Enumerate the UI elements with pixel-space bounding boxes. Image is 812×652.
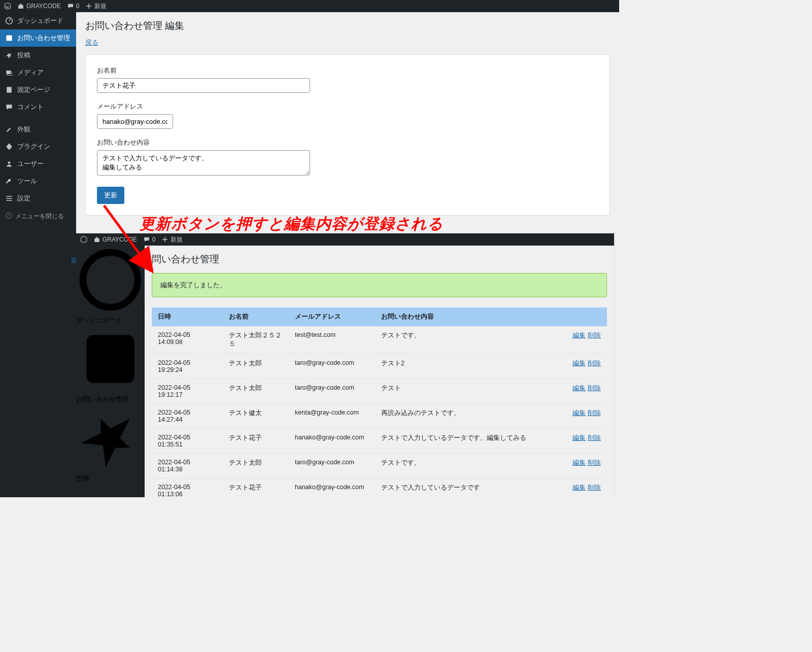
col-name: お名前 bbox=[223, 307, 289, 326]
comment-icon bbox=[143, 236, 150, 243]
cell-name: テスト太郎２５２５ bbox=[223, 326, 289, 354]
cell-actions: 編集削除 bbox=[561, 326, 607, 354]
delete-link[interactable]: 削除 bbox=[588, 434, 601, 441]
page-icon bbox=[5, 86, 13, 94]
collapse-menu[interactable]: メニューを閉じる bbox=[0, 207, 76, 226]
brush-icon bbox=[5, 125, 13, 133]
delete-link[interactable]: 削除 bbox=[588, 360, 601, 367]
user-icon bbox=[5, 160, 13, 168]
svg-rect-3 bbox=[6, 71, 11, 74]
menu-label: ダッシュボード bbox=[76, 316, 122, 324]
wp-logo[interactable] bbox=[4, 3, 11, 10]
name-label: お名前 bbox=[97, 66, 598, 75]
cell-date: 2022-04-05 01:14:38 bbox=[152, 454, 223, 478]
edit-link[interactable]: 編集 bbox=[572, 385, 586, 392]
table-row: 2022-04-05 19:12:17テスト太郎taro@gray-code.c… bbox=[152, 379, 607, 404]
admin-bar: GRAYCODE 0 新規 bbox=[0, 0, 619, 12]
site-name-link[interactable]: GRAYCODE bbox=[17, 3, 61, 10]
menu-label: メディア bbox=[17, 68, 44, 77]
menu-label: コメント bbox=[17, 102, 44, 112]
body-textarea[interactable] bbox=[97, 150, 310, 176]
comment-icon bbox=[5, 103, 13, 111]
svg-rect-5 bbox=[7, 87, 12, 92]
pin-icon bbox=[5, 51, 13, 59]
edit-link[interactable]: 編集 bbox=[572, 360, 586, 367]
col-date: 日時 bbox=[152, 307, 223, 326]
menu-plugins[interactable]: プラグイン bbox=[0, 138, 76, 155]
edit-link[interactable]: 編集 bbox=[572, 484, 586, 491]
cell-body: テストで入力しているデータです。編集してみる bbox=[375, 429, 561, 454]
menu-dashboard[interactable]: ダッシュボード bbox=[76, 246, 145, 325]
delete-link[interactable]: 削除 bbox=[588, 332, 601, 339]
edit-form-card: お名前 メールアドレス お問い合わせ内容 更新 bbox=[85, 54, 610, 216]
name-input[interactable] bbox=[97, 78, 310, 93]
menu-comments[interactable]: コメント bbox=[0, 98, 76, 116]
menu-posts[interactable]: 投稿 bbox=[0, 47, 76, 64]
delete-link[interactable]: 削除 bbox=[588, 459, 601, 466]
cell-actions: 編集削除 bbox=[561, 404, 607, 429]
svg-point-0 bbox=[5, 3, 11, 10]
form-icon bbox=[76, 325, 145, 393]
menu-appearance[interactable]: 外観 bbox=[0, 121, 76, 138]
cell-email: test@test.com bbox=[289, 326, 375, 354]
edit-link[interactable]: 編集 bbox=[572, 459, 586, 466]
menu-media[interactable]: メディア bbox=[0, 64, 76, 81]
menu-users[interactable]: ユーザー bbox=[0, 155, 76, 173]
annotation-text: 更新ボタンを押すと編集内容が登録される bbox=[140, 214, 444, 234]
svg-point-6 bbox=[8, 161, 11, 164]
svg-rect-10 bbox=[86, 335, 134, 383]
cell-actions: 編集削除 bbox=[561, 478, 607, 498]
edit-link[interactable]: 編集 bbox=[572, 332, 586, 339]
back-link[interactable]: 戻る bbox=[85, 38, 98, 47]
col-email: メールアドレス bbox=[289, 307, 375, 326]
list-page-content: 問い合わせ管理 編集を完了しました。 日時 お名前 メールアドレス お問い合わせ… bbox=[145, 246, 614, 497]
collapse-label: メニューを閉じる bbox=[15, 212, 64, 221]
comments-link[interactable]: 0 bbox=[67, 3, 80, 10]
cell-body: テスト bbox=[375, 379, 561, 404]
admin-bar-2: GRAYCODE 0 新規 bbox=[76, 233, 614, 246]
menu-label: 外観 bbox=[17, 125, 30, 134]
table-header-row: 日時 お名前 メールアドレス お問い合わせ内容 bbox=[152, 307, 607, 326]
menu-contact[interactable]: お問い合わせ管理 bbox=[76, 325, 145, 404]
menu-media[interactable]: メディア bbox=[76, 483, 145, 497]
svg-point-9 bbox=[83, 253, 138, 307]
cell-date: 2022-04-05 01:13:06 bbox=[152, 478, 223, 498]
menu-label: ツール bbox=[17, 177, 37, 186]
delete-link[interactable]: 削除 bbox=[588, 484, 601, 491]
comments-link[interactable]: 0 bbox=[143, 236, 156, 243]
cell-date: 2022-04-05 14:09:08 bbox=[152, 326, 223, 354]
email-input[interactable] bbox=[97, 114, 173, 129]
delete-link[interactable]: 削除 bbox=[588, 385, 601, 392]
menu-tools[interactable]: ツール bbox=[0, 173, 76, 190]
plus-icon bbox=[161, 236, 168, 243]
menu-dashboard[interactable]: ダッシュボード bbox=[0, 12, 76, 29]
edit-link[interactable]: 編集 bbox=[572, 434, 586, 441]
menu-pages[interactable]: 固定ページ bbox=[0, 81, 76, 98]
new-label: 新規 bbox=[171, 235, 183, 244]
cell-name: テスト花子 bbox=[223, 478, 289, 498]
menu-contact[interactable]: お問い合わせ管理 bbox=[0, 29, 76, 47]
site-name-link[interactable]: GRAYCODE bbox=[93, 236, 137, 243]
menu-settings[interactable]: 設定 bbox=[0, 190, 76, 207]
comments-count: 0 bbox=[152, 236, 156, 243]
plugin-icon bbox=[5, 143, 13, 151]
list-page-screenshot: GRAYCODE 0 新規 ダッシュボード お問い合わせ管理 投稿 メディア 固… bbox=[76, 233, 614, 497]
cell-email: kenta@gray-code.com bbox=[289, 404, 375, 429]
media-icon bbox=[76, 483, 145, 497]
table-row: 2022-04-05 14:27:44テスト健太kenta@gray-code.… bbox=[152, 404, 607, 429]
new-link[interactable]: 新規 bbox=[85, 2, 107, 11]
menu-label: お問い合わせ管理 bbox=[76, 395, 129, 403]
cell-email: taro@gray-code.com bbox=[289, 354, 375, 379]
update-button[interactable]: 更新 bbox=[97, 187, 124, 204]
wp-logo[interactable] bbox=[80, 236, 87, 243]
home-icon bbox=[93, 236, 100, 243]
cell-date: 2022-04-05 19:29:24 bbox=[152, 354, 223, 379]
delete-link[interactable]: 削除 bbox=[588, 409, 601, 417]
email-label: メールアドレス bbox=[97, 102, 598, 111]
table-row: 2022-04-05 01:14:38テスト太郎taro@gray-code.c… bbox=[152, 454, 607, 478]
menu-posts[interactable]: 投稿 bbox=[76, 404, 145, 483]
cell-body: テストで入力しているデータです bbox=[375, 478, 561, 498]
new-link[interactable]: 新規 bbox=[161, 235, 183, 244]
edit-link[interactable]: 編集 bbox=[572, 409, 586, 417]
site-title: GRAYCODE bbox=[103, 236, 137, 243]
